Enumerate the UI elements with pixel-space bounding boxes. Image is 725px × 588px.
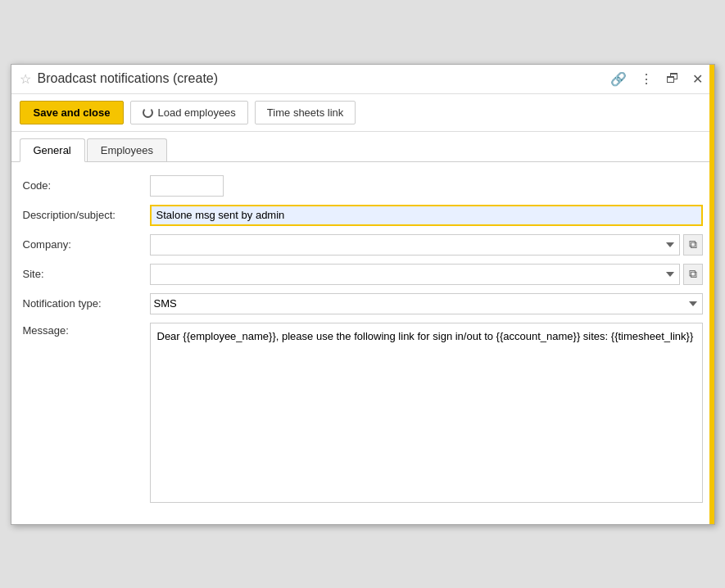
site-select[interactable] — [150, 264, 680, 285]
code-label: Code: — [23, 179, 150, 192]
notification-type-label: Notification type: — [23, 297, 150, 310]
close-icon[interactable]: ✕ — [689, 70, 706, 88]
company-select[interactable] — [150, 234, 680, 256]
description-label: Description/subject: — [23, 209, 150, 221]
description-input[interactable] — [150, 205, 703, 226]
tabs-bar: General Employees — [11, 132, 714, 162]
code-row: Code: — [23, 175, 703, 197]
window-title: Broadcast notifications (create) — [38, 71, 600, 86]
title-bar-controls: 🔗 ⋮ 🗗 ✕ — [607, 70, 706, 88]
main-window: ☆ Broadcast notifications (create) 🔗 ⋮ 🗗… — [11, 64, 715, 525]
notification-type-select-wrapper: SMS Email Push — [150, 293, 703, 314]
form-body: Code: Description/subject: Company: ⧉ Si… — [11, 162, 714, 524]
description-row: Description/subject: — [23, 205, 703, 226]
notification-type-select[interactable]: SMS Email Push — [150, 293, 703, 314]
site-select-wrapper: ⧉ — [150, 264, 703, 285]
save-and-close-button[interactable]: Save and close — [20, 101, 125, 124]
tab-general[interactable]: General — [20, 138, 85, 162]
accent-bar — [709, 65, 714, 524]
company-row: Company: ⧉ — [23, 234, 703, 256]
more-icon[interactable]: ⋮ — [637, 70, 656, 88]
message-label: Message: — [23, 323, 150, 337]
company-label: Company: — [23, 238, 150, 251]
tab-employees[interactable]: Employees — [87, 138, 167, 161]
favorite-star-icon[interactable]: ☆ — [20, 71, 31, 87]
load-employees-button[interactable]: Load employees — [130, 101, 247, 124]
toolbar: Save and close Load employees Time sheet… — [11, 94, 714, 132]
company-select-wrapper: ⧉ — [150, 234, 703, 256]
time-sheets-link-button[interactable]: Time sheets link — [255, 101, 356, 124]
company-expand-button[interactable]: ⧉ — [683, 234, 703, 256]
refresh-icon — [143, 107, 153, 118]
site-expand-button[interactable]: ⧉ — [683, 264, 703, 285]
link-icon[interactable]: 🔗 — [607, 70, 630, 88]
restore-icon[interactable]: 🗗 — [663, 70, 682, 88]
site-row: Site: ⧉ — [23, 264, 703, 285]
message-row: Message: Dear {{employee_name}}, please … — [23, 323, 703, 503]
code-input[interactable] — [150, 175, 224, 197]
notification-type-row: Notification type: SMS Email Push — [23, 293, 703, 314]
message-textarea[interactable]: Dear {{employee_name}}, please use the f… — [150, 323, 703, 503]
site-label: Site: — [23, 268, 150, 280]
title-bar: ☆ Broadcast notifications (create) 🔗 ⋮ 🗗… — [11, 65, 714, 94]
